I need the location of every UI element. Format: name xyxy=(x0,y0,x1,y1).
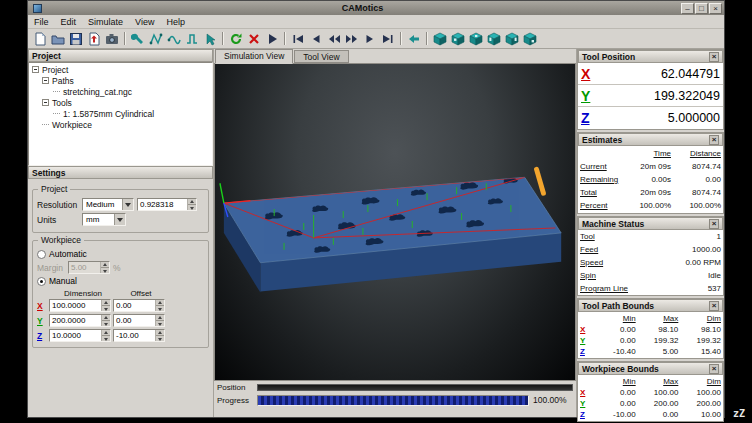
title-bar[interactable]: CAMotics – □ × xyxy=(28,1,724,15)
x-axis-label: X xyxy=(580,324,593,335)
min-column-header: Min xyxy=(593,313,636,324)
toolpath-steps-button[interactable] xyxy=(183,30,201,48)
step-forward-button[interactable] xyxy=(361,30,379,48)
row-label: Remaining xyxy=(580,173,628,186)
cell-value: 98.10 xyxy=(678,324,721,335)
spinner-arrows-icon[interactable] xyxy=(155,300,164,311)
margin-unit: % xyxy=(113,263,121,273)
tree-item-tools[interactable]: Tools xyxy=(29,97,212,108)
menu-file[interactable]: File xyxy=(28,17,55,27)
tab-tool-view[interactable]: Tool View xyxy=(294,50,348,63)
view-right-button[interactable] xyxy=(503,30,521,48)
offset-column-header: Offset xyxy=(115,289,167,298)
collapse-icon[interactable] xyxy=(42,77,49,84)
tree-item-project[interactable]: Project xyxy=(29,64,212,75)
y-axis-label: Y xyxy=(37,316,47,326)
save-project-button[interactable] xyxy=(67,30,85,48)
dim-column-header: Dim xyxy=(678,376,721,387)
close-icon[interactable]: × xyxy=(709,52,719,62)
menu-view[interactable]: View xyxy=(129,17,160,27)
close-icon[interactable]: × xyxy=(709,364,719,374)
spinner-arrows-icon[interactable] xyxy=(101,300,110,311)
run-button[interactable] xyxy=(263,30,281,48)
resolution-select[interactable]: Medium xyxy=(82,198,134,211)
skip-to-end-button[interactable] xyxy=(379,30,397,48)
tree-line xyxy=(42,124,49,125)
view-front-button[interactable] xyxy=(449,30,467,48)
manual-radio-row[interactable]: Manual xyxy=(37,276,204,286)
new-project-button[interactable] xyxy=(31,30,49,48)
view-left-button[interactable] xyxy=(485,30,503,48)
toolpath-curve-button[interactable] xyxy=(165,30,183,48)
fast-forward-button[interactable] xyxy=(343,30,361,48)
collapse-icon[interactable] xyxy=(32,66,39,73)
stop-button[interactable] xyxy=(245,30,263,48)
x-dimension-spinner[interactable]: 100.0000 xyxy=(49,299,111,312)
select-cursor-button[interactable] xyxy=(201,30,219,48)
workpiece-bounds-panel: Workpiece Bounds × Min Max Dim X 0.00 10… xyxy=(577,361,724,422)
spinner-arrows-icon[interactable] xyxy=(155,315,164,326)
spinner-arrows-icon[interactable] xyxy=(101,315,110,326)
tab-simulation-view[interactable]: Simulation View xyxy=(215,49,293,64)
skip-to-start-button[interactable] xyxy=(289,30,307,48)
export-button[interactable] xyxy=(85,30,103,48)
spinner-arrows-icon[interactable] xyxy=(155,330,164,341)
y-dimension-value: 200.0000 xyxy=(50,315,101,326)
margin-spinner[interactable]: 5.00 xyxy=(68,261,110,274)
rewind-button[interactable] xyxy=(325,30,343,48)
row-label: Percent xyxy=(580,199,628,212)
maximize-button[interactable]: □ xyxy=(695,3,708,14)
menu-simulate[interactable]: Simulate xyxy=(82,17,129,27)
tool-position-title: Tool Position xyxy=(582,52,635,62)
z-dimension-spinner[interactable]: 10.0000 xyxy=(49,329,111,342)
units-select[interactable]: mm xyxy=(82,213,126,226)
collapse-icon[interactable] xyxy=(42,99,49,106)
view-isometric-button[interactable] xyxy=(431,30,449,48)
view-back-button[interactable] xyxy=(521,30,539,48)
tree-item-gcode-file[interactable]: stretching_cat.ngc xyxy=(29,86,212,97)
menu-edit[interactable]: Edit xyxy=(55,17,83,27)
dropdown-arrow-icon[interactable] xyxy=(114,214,125,225)
close-icon[interactable]: × xyxy=(709,135,719,145)
sleep-indicator-icon[interactable]: zZ xyxy=(733,408,745,419)
close-icon[interactable]: × xyxy=(709,219,719,229)
app-icon xyxy=(33,4,42,13)
toolpath-zigzag-button[interactable] xyxy=(147,30,165,48)
simulation-3d-viewport[interactable] xyxy=(214,64,576,381)
y-dimension-spinner[interactable]: 200.0000 xyxy=(49,314,111,327)
close-icon[interactable]: × xyxy=(709,301,719,311)
z-offset-spinner[interactable]: -10.00 xyxy=(113,329,165,342)
play-reverse-button[interactable] xyxy=(307,30,325,48)
manual-radio[interactable] xyxy=(37,277,46,286)
tree-item-paths[interactable]: Paths xyxy=(29,75,212,86)
spinner-arrows-icon[interactable] xyxy=(187,199,196,210)
automatic-radio-row[interactable]: Automatic xyxy=(37,249,204,259)
view-top-button[interactable] xyxy=(467,30,485,48)
tree-label: 1: 1.5875mm Cylindrical xyxy=(63,109,154,119)
automatic-radio[interactable] xyxy=(37,250,46,259)
tools-button[interactable] xyxy=(129,30,147,48)
resolution-spinner[interactable]: 0.928318 xyxy=(137,198,197,211)
min-column-header: Min xyxy=(593,376,636,387)
tree-item-workpiece[interactable]: Workpiece xyxy=(29,119,212,130)
export-icon xyxy=(87,32,101,46)
position-slider[interactable] xyxy=(257,384,573,391)
y-offset-spinner[interactable]: 0.00 xyxy=(113,314,165,327)
resolution-number: 0.928318 xyxy=(138,199,187,210)
back-button[interactable] xyxy=(405,30,423,48)
open-project-button[interactable] xyxy=(49,30,67,48)
reload-button[interactable] xyxy=(227,30,245,48)
close-button[interactable]: × xyxy=(709,3,722,14)
project-panel-title: Project xyxy=(32,51,61,61)
dropdown-arrow-icon[interactable] xyxy=(122,199,133,210)
tree-item-tool-1[interactable]: 1: 1.5875mm Cylindrical xyxy=(29,108,212,119)
spinner-arrows-icon[interactable] xyxy=(100,262,109,273)
minimize-button[interactable]: – xyxy=(681,3,694,14)
x-position-value: 62.044791 xyxy=(599,67,720,81)
z-dimension-row: Z 10.0000 -10.00 xyxy=(37,328,204,343)
menu-help[interactable]: Help xyxy=(160,17,191,27)
x-offset-spinner[interactable]: 0.00 xyxy=(113,299,165,312)
snapshot-button[interactable] xyxy=(103,30,121,48)
spinner-arrows-icon[interactable] xyxy=(101,330,110,341)
cursor-icon xyxy=(203,32,217,46)
